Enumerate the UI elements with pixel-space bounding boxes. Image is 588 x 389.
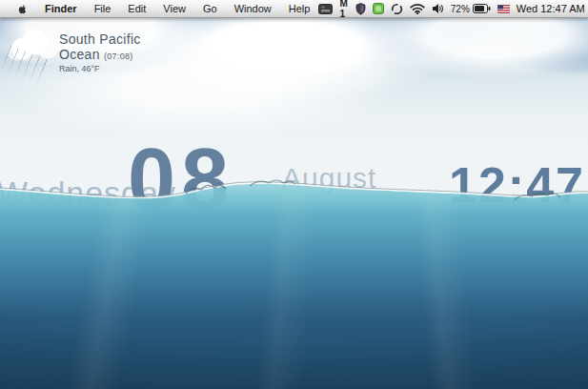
menubar-clock[interactable]: Wed 12:47 AM	[517, 0, 585, 17]
menu-bar-left: Finder File Edit View Go Window Help	[0, 0, 318, 17]
water-body	[0, 183, 588, 389]
weather-text: South Pacific Ocean (07:08) Rain, 46°F	[59, 26, 141, 85]
weather-local-time: (07:08)	[104, 51, 133, 61]
menu-finder[interactable]: Finder	[36, 0, 86, 17]
wifi-icon[interactable]	[410, 0, 425, 17]
weather-location-name: Ocean	[59, 47, 100, 62]
battery-status[interactable]: 72%	[451, 4, 491, 14]
menu-view[interactable]: View	[154, 0, 194, 17]
desktop-wallpaper: Wednesday 08 August 12:47	[0, 18, 588, 389]
menu-go[interactable]: Go	[194, 0, 226, 17]
sync-icon[interactable]	[391, 0, 403, 17]
rain-cloud-icon	[6, 26, 59, 85]
display-icon[interactable]	[318, 0, 333, 17]
weather-location-line1: South Pacific	[59, 31, 141, 47]
battery-icon	[473, 4, 491, 13]
green-app-icon[interactable]	[373, 0, 384, 17]
us-flag-icon[interactable]	[497, 0, 510, 17]
battery-percent-label: 72%	[451, 4, 470, 14]
shield-icon[interactable]	[355, 0, 366, 17]
apple-icon	[17, 3, 28, 15]
input-menu-m1[interactable]: M 1	[339, 0, 348, 17]
menu-bar: Finder File Edit View Go Window Help M 1	[0, 0, 588, 18]
menu-window[interactable]: Window	[226, 0, 280, 17]
volume-icon[interactable]	[432, 0, 444, 17]
menu-file[interactable]: File	[86, 0, 120, 17]
menu-help[interactable]: Help	[280, 0, 319, 17]
screen: Finder File Edit View Go Window Help M 1	[0, 0, 588, 389]
weather-location-line2: Ocean (07:08)	[59, 47, 141, 62]
weather-widget[interactable]: South Pacific Ocean (07:08) Rain, 46°F	[6, 26, 141, 85]
weather-conditions: Rain, 46°F	[59, 64, 141, 73]
apple-menu[interactable]	[9, 0, 36, 17]
menu-edit[interactable]: Edit	[119, 0, 154, 17]
menu-bar-status: M 1 72% Wed 12:47 AM	[318, 0, 588, 17]
